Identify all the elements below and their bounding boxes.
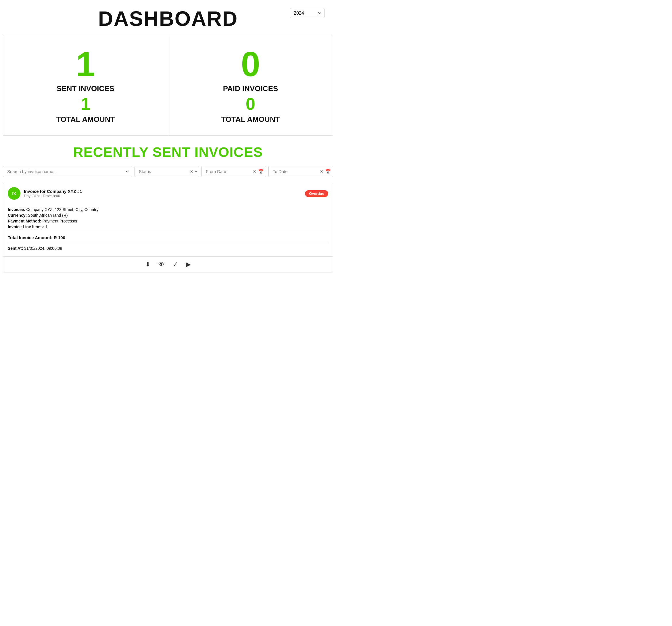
invoice-sent: Sent At: 31/01/2024, 09:00:08 (8, 246, 328, 250)
payment-method-value: Payment Processor (43, 219, 78, 223)
sent-invoices-label: SENT INVOICES (57, 84, 114, 93)
invoice-currency: Currency: South African rand (R) (8, 213, 328, 218)
invoice-divider (8, 232, 328, 232)
line-items-label: Invoice Line Items: (8, 224, 44, 229)
page-title: DASHBOARD (98, 7, 238, 30)
search-wrapper (3, 166, 132, 177)
from-date-icons: ✕ 📅 (253, 169, 264, 174)
invoice-line-items: Invoice Line Items: 1 (8, 224, 328, 229)
to-date-calendar-icon[interactable]: 📅 (325, 169, 331, 174)
sent-label: Sent At: (8, 246, 23, 250)
total-label: Total Invoice Amount: (8, 235, 53, 240)
invoicee-label: Invoicee: (8, 207, 25, 212)
download-button[interactable]: ⬇ (145, 261, 150, 268)
check-button[interactable]: ✓ (173, 261, 178, 268)
sent-value: 31/01/2024, 09:00:08 (24, 246, 62, 250)
header: DASHBOARD 2024 2023 2022 (0, 0, 336, 35)
invoice-total: Total Invoice Amount: R 100 (8, 235, 328, 240)
currency-label: Currency: (8, 213, 27, 218)
year-select[interactable]: 2024 2023 2022 (290, 8, 325, 18)
paid-invoices-total-label: TOTAL AMOUNT (221, 115, 280, 124)
sent-invoices-card: 1 SENT INVOICES 1 TOTAL AMOUNT (3, 35, 168, 136)
invoice-header: IX Invoice for Company XYZ #1 Day: 31st … (3, 183, 333, 204)
view-button[interactable]: 👁 (159, 261, 165, 268)
invoice-title-group: Invoice for Company XYZ #1 Day: 31st | T… (24, 189, 302, 198)
paid-invoices-label: PAID INVOICES (223, 84, 278, 93)
send-button[interactable]: ▶ (186, 261, 191, 268)
paid-invoices-number: 0 (241, 47, 260, 81)
payment-method-label: Payment Method: (8, 219, 41, 223)
filters-row: ✕ ▾ ✕ 📅 ✕ 📅 (0, 166, 336, 177)
sent-invoices-total-label: TOTAL AMOUNT (56, 115, 115, 124)
paid-invoices-card: 0 PAID INVOICES 0 TOTAL AMOUNT (168, 35, 333, 136)
search-input[interactable] (3, 166, 132, 177)
invoice-actions: ⬇ 👁 ✓ ▶ (3, 256, 333, 272)
total-value: R 100 (54, 235, 65, 240)
status-clear-icon[interactable]: ✕ (190, 169, 193, 174)
from-date-clear-icon[interactable]: ✕ (253, 169, 256, 174)
section-title: RECENTLY SENT INVOICES (0, 144, 336, 160)
from-date-calendar-icon[interactable]: 📅 (258, 169, 264, 174)
year-select-wrapper[interactable]: 2024 2023 2022 (290, 8, 325, 18)
status-filter-wrapper: ✕ ▾ (135, 166, 199, 177)
to-date-icons: ✕ 📅 (320, 169, 331, 174)
line-items-value: 1 (45, 224, 47, 229)
avatar: IX (8, 187, 20, 200)
from-date-wrapper: ✕ 📅 (201, 166, 266, 177)
invoicee-value: Company XYZ, 123 Street, City, Country (26, 207, 99, 212)
invoice-payment-method: Payment Method: Payment Processor (8, 219, 328, 223)
invoice-meta: Day: 31st | Time: 9:00 (24, 194, 302, 198)
stats-row: 1 SENT INVOICES 1 TOTAL AMOUNT 0 PAID IN… (3, 35, 333, 136)
sent-invoices-total-number: 1 (81, 95, 90, 113)
to-date-clear-icon[interactable]: ✕ (320, 169, 323, 174)
paid-invoices-total-number: 0 (246, 95, 255, 113)
invoice-name: Invoice for Company XYZ #1 (24, 189, 302, 194)
invoice-card: IX Invoice for Company XYZ #1 Day: 31st … (3, 183, 333, 272)
sent-invoices-number: 1 (76, 47, 95, 81)
invoice-body: Invoicee: Company XYZ, 123 Street, City,… (3, 204, 333, 254)
to-date-wrapper: ✕ 📅 (268, 166, 333, 177)
status-badge: Overdue (305, 190, 328, 197)
invoice-invoicee: Invoicee: Company XYZ, 123 Street, City,… (8, 207, 328, 212)
currency-value: South African rand (R) (28, 213, 68, 218)
status-filter[interactable] (135, 166, 199, 177)
